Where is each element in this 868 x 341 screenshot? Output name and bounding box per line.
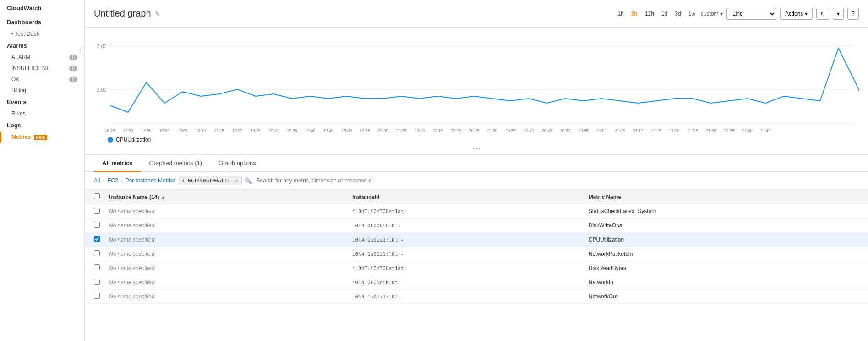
row-instance-id: i0l4:0l00blbl0t:- xyxy=(348,275,584,290)
col-instance-name[interactable]: Instance Name (14) ▲ xyxy=(104,190,348,204)
time-12h-button[interactable]: 12h xyxy=(643,10,656,18)
graph-controls: 1h 3h 12h 1d 3d 1w custom ▾ Line Stacked… xyxy=(616,8,859,20)
view-type-select[interactable]: Line Stacked area Number xyxy=(726,8,776,20)
row-instance-name: No name specified xyxy=(104,261,348,275)
svg-text:19:25: 19:25 xyxy=(251,128,261,133)
actions-button[interactable]: Actions ▾ xyxy=(780,8,813,20)
edit-title-icon[interactable]: ✎ xyxy=(155,10,160,17)
bottom-panel: All metrics Graphed metrics (1) Graph op… xyxy=(85,155,868,341)
row-checkbox-cell[interactable] xyxy=(85,275,104,290)
table-row: No name specified i0l4:1a01i1:l0t:- Netw… xyxy=(85,247,868,261)
sort-arrow-icon: ▲ xyxy=(161,195,165,200)
select-all-header[interactable] xyxy=(85,190,104,204)
row-instance-id: i0l4:1a01i1:l0t:- xyxy=(348,247,584,261)
insufficient-badge: 0 xyxy=(69,66,77,72)
resize-handle[interactable]: • • • xyxy=(94,145,859,152)
row-instance-id: i-0hT:i0hT00at1at- xyxy=(348,204,584,219)
row-instance-id: i-0hT:i0hT00at1at- xyxy=(348,261,584,275)
sidebar-item-insufficient[interactable]: INSUFFICIENT0 xyxy=(0,63,84,74)
col-metric-name-label: Metric Name xyxy=(589,194,621,200)
breadcrumb-ec2[interactable]: EC2 xyxy=(107,177,118,184)
row-checkbox-cell[interactable] xyxy=(85,219,104,233)
time-custom-button[interactable]: custom ▾ xyxy=(701,11,723,17)
sidebar-item-events[interactable]: Events xyxy=(0,96,84,108)
sidebar-item-billing[interactable]: Billing xyxy=(0,85,84,96)
table-row: No name specified i0l4:0l00blbl0t:- Disk… xyxy=(85,219,868,233)
metrics-table: Instance Name (14) ▲ InstanceId Metric N… xyxy=(85,190,868,304)
breadcrumb-sep-1: › xyxy=(103,177,104,184)
row-checkbox[interactable] xyxy=(94,236,100,242)
svg-text:21:35: 21:35 xyxy=(724,128,734,133)
svg-text:19:40: 19:40 xyxy=(305,128,315,133)
row-metric-name: NetworkPacketsIn xyxy=(584,247,868,261)
table-row: No name specified i0l4:0l00blbl0t:- Netw… xyxy=(85,275,868,290)
row-checkbox[interactable] xyxy=(94,208,100,214)
row-checkbox-cell[interactable] xyxy=(85,204,104,219)
sidebar-item-alarm[interactable]: ALARM0 xyxy=(0,52,84,63)
svg-text:18:55: 18:55 xyxy=(141,128,151,133)
row-checkbox[interactable] xyxy=(94,264,100,270)
svg-text:20:40: 20:40 xyxy=(524,128,534,133)
svg-text:20:30: 20:30 xyxy=(487,128,497,133)
legend-dot xyxy=(108,137,113,143)
sidebar-brand: CloudWatch xyxy=(0,0,84,16)
filter-tag-remove[interactable]: ✕ xyxy=(235,177,238,184)
svg-text:21:10: 21:10 xyxy=(633,128,643,133)
row-checkbox-cell[interactable] xyxy=(85,261,104,275)
time-1h-button[interactable]: 1h xyxy=(616,10,625,18)
svg-text:21:40: 21:40 xyxy=(742,128,752,133)
filter-bar: All › EC2 › Per-Instance Metrics i-0bT4C… xyxy=(85,172,868,190)
svg-text:20:05: 20:05 xyxy=(396,128,406,133)
sidebar-item-alarms[interactable]: Alarms xyxy=(0,39,84,52)
graph-title-text: Untitled graph xyxy=(94,8,151,19)
time-3d-button[interactable]: 3d xyxy=(673,10,682,18)
row-checkbox-cell[interactable] xyxy=(85,233,104,247)
sidebar-item-dashboards[interactable]: Dashboards xyxy=(0,16,84,28)
row-instance-id: i0l4:1a01i1:l0t:- xyxy=(348,290,584,304)
breadcrumb-per-instance[interactable]: Per-Instance Metrics xyxy=(126,177,176,184)
tab-graph-options[interactable]: Graph options xyxy=(210,155,264,172)
row-checkbox[interactable] xyxy=(94,293,100,299)
svg-text:19:50: 19:50 xyxy=(342,128,352,133)
time-1d-button[interactable]: 1d xyxy=(660,10,669,18)
svg-text:20:50: 20:50 xyxy=(560,128,570,133)
row-checkbox-cell[interactable] xyxy=(85,247,104,261)
svg-text:18:45: 18:45 xyxy=(105,128,115,133)
row-instance-name: No name specified xyxy=(104,275,348,290)
row-checkbox[interactable] xyxy=(94,222,100,228)
tab-graphed-metrics[interactable]: Graphed metrics (1) xyxy=(141,155,210,172)
help-button[interactable]: ? xyxy=(847,8,859,20)
sidebar-item-logs[interactable]: Logs xyxy=(0,119,84,132)
filter-tag: i-0bT4C0bT00at1:- ✕ xyxy=(179,176,242,185)
select-all-checkbox[interactable] xyxy=(94,193,100,199)
svg-text:19:20: 19:20 xyxy=(232,128,242,133)
tab-all-metrics[interactable]: All metrics xyxy=(94,155,141,172)
breadcrumb-all[interactable]: All xyxy=(94,177,100,184)
sidebar-item-ok[interactable]: OK0 xyxy=(0,74,84,85)
row-checkbox-cell[interactable] xyxy=(85,290,104,304)
row-instance-name: No name specified xyxy=(104,204,348,219)
svg-text:21:15: 21:15 xyxy=(651,128,661,133)
sidebar-item-metrics[interactable]: Metrics NEW xyxy=(0,132,84,143)
graph-title-area: Untitled graph ✎ xyxy=(94,8,160,19)
actions-label: Actions xyxy=(785,11,803,17)
svg-text:19:30: 19:30 xyxy=(268,128,278,133)
row-checkbox[interactable] xyxy=(94,250,100,256)
row-checkbox[interactable] xyxy=(94,279,100,285)
metrics-search-input[interactable] xyxy=(255,176,859,186)
ok-badge: 0 xyxy=(69,77,77,82)
time-1w-button[interactable]: 1w xyxy=(687,10,697,18)
refresh-button[interactable]: ↻ xyxy=(816,8,829,20)
row-metric-name: DiskWriteOps xyxy=(584,219,868,233)
table-row: No name specified i-0hT:i0hT00at1at- Sta… xyxy=(85,204,868,219)
sidebar-item-test-dash[interactable]: • Test-Dash xyxy=(0,28,84,39)
refresh-options-button[interactable]: ▾ xyxy=(833,8,844,20)
tabs-bar: All metrics Graphed metrics (1) Graph op… xyxy=(85,155,868,172)
row-instance-name: No name specified xyxy=(104,290,348,304)
svg-text:20:15: 20:15 xyxy=(432,128,442,133)
svg-text:19:35: 19:35 xyxy=(287,128,297,133)
sidebar-item-rules[interactable]: Rules xyxy=(0,108,84,119)
time-3h-button[interactable]: 3h xyxy=(629,10,639,18)
svg-text:19:00: 19:00 xyxy=(159,128,169,133)
table-row: No name specified i0l4:1a01i1:l0t:- Netw… xyxy=(85,290,868,304)
